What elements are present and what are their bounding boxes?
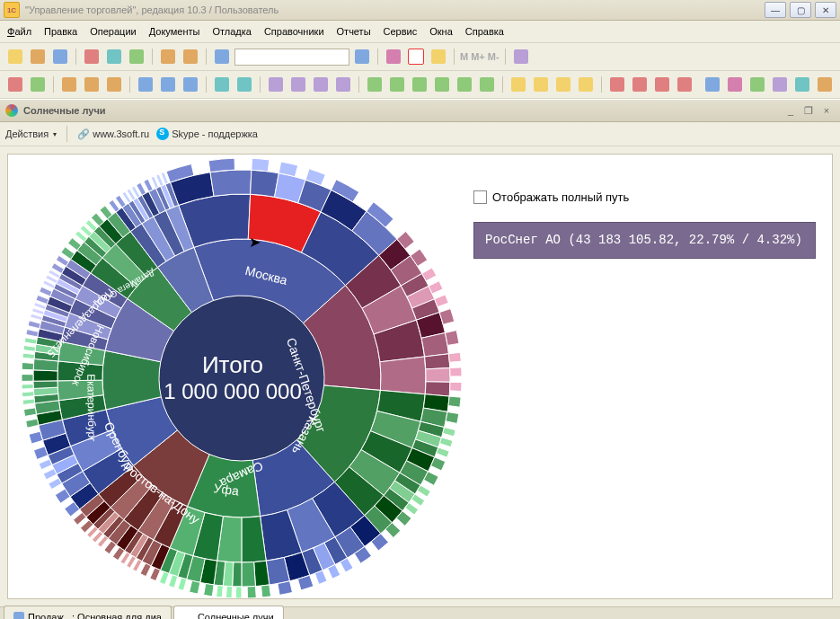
close-button[interactable]: ✕ <box>815 2 836 18</box>
tb2-icon[interactable] <box>607 75 627 94</box>
tb2-icon[interactable] <box>288 75 308 94</box>
marker-mminus-icon[interactable]: M- <box>488 51 500 62</box>
menu-documents[interactable]: Документы <box>149 26 200 37</box>
tb2-icon[interactable] <box>28 75 48 94</box>
content-area: Итого 1 000 000 000 МоскваСанкт-Петербур… <box>0 146 840 606</box>
new-icon[interactable] <box>5 47 25 66</box>
tb2-icon[interactable] <box>136 75 155 94</box>
tb2-icon[interactable] <box>792 75 812 94</box>
window-titlebar: 1C "Управление торговлей", редакция 10.3… <box>0 0 840 21</box>
action-bar: Действия 🔗 www.3soft.ru Skype - поддержк… <box>0 122 840 146</box>
menu-file[interactable]: Файл <box>7 26 31 37</box>
subwindow-restore-button[interactable]: ❐ <box>800 104 817 117</box>
tb2-icon[interactable] <box>410 75 429 94</box>
toolbar-row-2 <box>0 71 840 99</box>
hover-info-box: РосСнег АО (43 183 105.82, 22.79% / 4.32… <box>473 222 816 259</box>
tb2-icon[interactable] <box>747 75 767 94</box>
tb2-icon[interactable] <box>365 75 385 94</box>
side-panel: Отображать полный путь РосСнег АО (43 18… <box>457 155 832 598</box>
tb2-icon[interactable] <box>455 75 474 94</box>
tb2-icon[interactable] <box>333 75 353 94</box>
tb2-icon[interactable] <box>82 75 102 94</box>
search-icon[interactable] <box>212 47 232 66</box>
subwindow-titlebar: Солнечные лучи _ ❐ × <box>0 99 840 122</box>
marker-m-icon[interactable]: M <box>460 51 468 62</box>
tb2-icon[interactable] <box>104 75 124 94</box>
search-go-icon[interactable] <box>352 47 372 66</box>
copy-icon[interactable] <box>104 47 124 66</box>
tb2-icon[interactable] <box>531 75 551 94</box>
menu-reports[interactable]: Отчеты <box>337 26 371 37</box>
subwindow-minimize-button[interactable]: _ <box>783 104 799 117</box>
tb2-icon[interactable] <box>553 75 573 94</box>
menu-operations[interactable]: Операции <box>90 26 136 37</box>
tb2-icon[interactable] <box>675 75 694 94</box>
maximize-button[interactable]: ▢ <box>790 2 811 18</box>
toolbar-row-1: M M+ M- <box>0 43 840 71</box>
sunburst-icon <box>183 612 194 620</box>
skype-icon <box>156 128 169 140</box>
redo-icon[interactable] <box>181 47 200 66</box>
undo-icon[interactable] <box>158 47 178 66</box>
paste-icon[interactable] <box>127 47 146 66</box>
tb2-icon[interactable] <box>703 75 722 94</box>
sunburst-icon <box>5 104 18 117</box>
cut-icon[interactable] <box>82 47 102 66</box>
actions-dropdown[interactable]: Действия <box>5 128 57 139</box>
subwindow-title: Солнечные лучи <box>23 105 781 116</box>
tb2-icon[interactable] <box>212 75 232 94</box>
menu-edit[interactable]: Правка <box>44 26 77 37</box>
tb2-icon[interactable] <box>311 75 331 94</box>
chart-icon <box>13 612 24 620</box>
window-title: "Управление торговлей", редакция 10.3 / … <box>25 4 765 15</box>
show-full-path-label: Отображать полный путь <box>492 190 629 204</box>
menu-service[interactable]: Сервис <box>384 26 418 37</box>
menu-references[interactable]: Справочники <box>264 26 324 37</box>
menu-windows[interactable]: Окна <box>429 26 453 37</box>
marker-mplus-icon[interactable]: M+ <box>471 51 485 62</box>
tb2-icon[interactable] <box>432 75 452 94</box>
skype-support[interactable]: Skype - поддержка <box>156 128 258 140</box>
subwindow-close-button[interactable]: × <box>818 104 835 117</box>
tb2-icon[interactable] <box>576 75 596 94</box>
tb2-icon[interactable] <box>508 75 528 94</box>
app-logo-icon: 1C <box>4 2 20 18</box>
tb2-icon[interactable] <box>234 75 254 94</box>
tb2-icon[interactable] <box>181 75 200 94</box>
grid-icon[interactable] <box>429 47 448 66</box>
tb2-icon[interactable] <box>266 75 286 94</box>
tb2-icon[interactable] <box>387 75 407 94</box>
tb2-icon[interactable] <box>725 75 745 94</box>
svg-point-0 <box>159 296 324 461</box>
tb2-icon[interactable] <box>770 75 790 94</box>
link-3soft[interactable]: 🔗 www.3soft.ru <box>77 128 149 140</box>
show-full-path-checkbox[interactable] <box>473 190 487 204</box>
sunburst-chart[interactable]: Итого 1 000 000 000 МоскваСанкт-Петербур… <box>8 155 457 599</box>
tb2-icon[interactable] <box>158 75 178 94</box>
chart-canvas: Итого 1 000 000 000 МоскваСанкт-Петербур… <box>7 154 833 599</box>
tools-icon[interactable] <box>511 47 531 66</box>
minimize-button[interactable]: — <box>765 2 786 18</box>
tb2-icon[interactable] <box>652 75 672 94</box>
search-input[interactable] <box>234 49 349 66</box>
tb2-icon[interactable] <box>5 75 25 94</box>
document-tabs: Продаж...: Основная для диа Солнечные лу… <box>0 606 840 619</box>
calendar-icon[interactable] <box>406 47 426 66</box>
open-icon[interactable] <box>28 47 48 66</box>
calc-icon[interactable] <box>384 47 403 66</box>
tb2-icon[interactable] <box>815 75 835 94</box>
tab-sales-diagram[interactable]: Продаж...: Основная для диа <box>4 606 172 619</box>
tb2-icon[interactable] <box>477 75 497 94</box>
tb2-icon[interactable] <box>630 75 650 94</box>
save-icon[interactable] <box>50 47 70 66</box>
main-menu: Файл Правка Операции Документы Отладка С… <box>0 21 840 43</box>
tab-sunburst[interactable]: Солнечные лучи <box>173 606 284 619</box>
menu-debug[interactable]: Отладка <box>212 26 251 37</box>
tb2-icon[interactable] <box>59 75 79 94</box>
menu-help[interactable]: Справка <box>465 26 504 37</box>
